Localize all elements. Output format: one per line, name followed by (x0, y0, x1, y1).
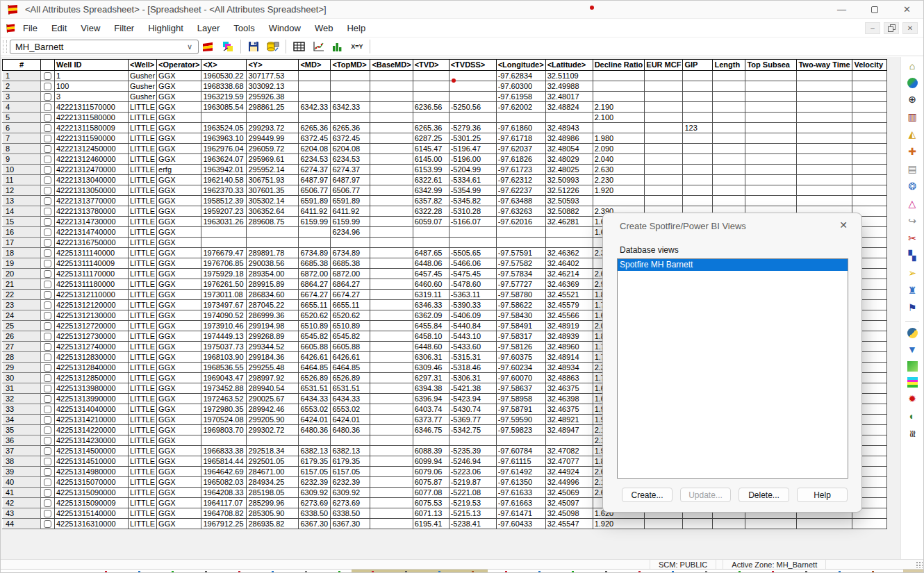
grid-cell[interactable] (797, 123, 852, 133)
grid-cell[interactable]: 6234.96 (331, 227, 370, 238)
grid-cell[interactable]: 42251312840000 (55, 363, 129, 373)
grid-cell[interactable] (797, 133, 852, 144)
grid-cell[interactable]: 6338.50 (299, 508, 331, 519)
grid-cell[interactable] (797, 71, 852, 81)
grid-cell[interactable]: -97.57727 (496, 279, 545, 290)
grid-cell[interactable]: 299268.89 (247, 331, 299, 342)
grid-cell[interactable]: 42221313780000 (55, 206, 129, 217)
protractor-icon[interactable]: ◭ (906, 128, 918, 140)
grid-cell[interactable]: 6487.97 (299, 175, 331, 185)
grid-cell[interactable]: 1963085.54 (201, 102, 247, 113)
grid-cell[interactable]: 6373.77 (413, 415, 449, 425)
globe-chart-icon[interactable]: ◐ (906, 410, 918, 422)
grid-cell[interactable]: GGX (157, 258, 201, 269)
row-number[interactable]: 35 (3, 425, 41, 435)
grid-cell[interactable]: 6309.46 (413, 363, 449, 373)
help-button[interactable]: Help (797, 488, 848, 502)
grid-cell[interactable]: GGX (157, 404, 201, 415)
spark-fish-icon[interactable]: ➢ (906, 267, 918, 279)
grid-cell[interactable]: 6487.97 (331, 175, 370, 185)
grid-cell[interactable]: 6591.89 (331, 196, 370, 206)
grid-cell[interactable]: 6872.00 (331, 269, 370, 279)
grid-cell[interactable]: 32.44996 (545, 477, 593, 488)
grid-cell[interactable] (496, 113, 545, 123)
grid-cell[interactable]: 6520.62 (299, 310, 331, 321)
grid-cell[interactable] (370, 488, 413, 498)
grid-cell[interactable]: -5221.08 (449, 488, 496, 498)
grid-cell[interactable]: GGX (157, 196, 201, 206)
grid-cell[interactable] (645, 113, 683, 123)
grid-cell[interactable] (713, 519, 745, 529)
grid-cell[interactable]: 42251313980000 (55, 383, 129, 394)
grid-cell[interactable]: GGX (157, 394, 201, 404)
grid-cell[interactable]: 42251312720000 (55, 321, 129, 331)
grid-cell[interactable] (852, 71, 887, 81)
grid-cell[interactable]: 6426.61 (331, 352, 370, 363)
grid-cell[interactable]: 289354.00 (247, 269, 299, 279)
grid-cell[interactable] (593, 71, 645, 81)
grid-cell[interactable]: GGX (157, 477, 201, 488)
filter-table-icon[interactable]: ▼ (906, 344, 918, 356)
grid-cell[interactable]: 285299.96 (247, 498, 299, 508)
grid-cell[interactable]: 6545.82 (299, 331, 331, 342)
grid-cell[interactable]: -5478.60 (449, 279, 496, 290)
grid-cell[interactable]: 1959207.23 (201, 206, 247, 217)
grid-cell[interactable]: 6273.69 (299, 498, 331, 508)
grid-cell[interactable]: -5406.09 (449, 310, 496, 321)
banner-icon[interactable]: ⚑ (906, 302, 918, 314)
grid-cell[interactable]: 2.090 (593, 144, 645, 154)
grid-cell[interactable]: 299194.98 (247, 321, 299, 331)
grid-cell[interactable] (713, 185, 745, 196)
strata-icon[interactable] (907, 377, 918, 388)
grid-cell[interactable]: 42221314730000 (55, 217, 129, 227)
grid-cell[interactable]: 1976679.47 (201, 248, 247, 258)
grid-cell[interactable] (370, 456, 413, 467)
grid-cell[interactable]: LITTLE (129, 363, 157, 373)
grid-cell[interactable]: LITTLE (129, 352, 157, 363)
maximize-button[interactable] (858, 1, 891, 18)
grid-cell[interactable] (683, 519, 713, 529)
grid-cell[interactable] (683, 102, 713, 113)
grid-cell[interactable]: 42251315090000 (55, 488, 129, 498)
grid-cell[interactable] (545, 435, 593, 446)
grid-cell[interactable] (370, 498, 413, 508)
row-number[interactable]: 31 (3, 383, 41, 394)
grid-cell[interactable]: GGX (157, 498, 201, 508)
grid-cell[interactable] (449, 238, 496, 248)
grid-cell[interactable]: -97.62002 (496, 102, 545, 113)
grid-cell[interactable]: 6411.92 (331, 206, 370, 217)
grid-cell[interactable]: erfg (157, 165, 201, 175)
row-number[interactable]: 42 (3, 498, 41, 508)
grid-cell[interactable]: 1974090.52 (201, 310, 247, 321)
grid-cell[interactable]: 6464.85 (299, 363, 331, 373)
grid-cell[interactable]: GGX (157, 373, 201, 383)
grid-cell[interactable]: 6506.77 (331, 185, 370, 196)
grid-cell[interactable]: GGX (157, 248, 201, 258)
grid-cell[interactable]: 1963219.59 (201, 92, 247, 102)
grid-cell[interactable]: Gusher (129, 71, 157, 81)
row-number[interactable]: 38 (3, 456, 41, 467)
grid-cell[interactable]: GGX (157, 113, 201, 123)
grid-cell[interactable] (645, 185, 683, 196)
grid-cell[interactable]: 6674.27 (299, 290, 331, 300)
grid-cell[interactable] (852, 113, 887, 123)
grid-cell[interactable]: 6362.09 (413, 310, 449, 321)
grid-cell[interactable]: 289891.78 (247, 248, 299, 258)
grid-cell[interactable]: 42251314500000 (55, 446, 129, 456)
grid-cell[interactable] (713, 113, 745, 123)
grid-cell[interactable] (797, 92, 852, 102)
grid-cell[interactable]: -5440.84 (449, 321, 496, 331)
grid-cell[interactable]: 6075.53 (413, 498, 449, 508)
grid-cell[interactable]: GGX (157, 352, 201, 363)
swirl-globe-icon[interactable]: ❂ (906, 181, 918, 192)
grid-cell[interactable]: GGX (157, 217, 201, 227)
grid-cell[interactable]: 32.48824 (545, 102, 593, 113)
grid-cell[interactable]: 1963963.10 (201, 133, 247, 144)
grid-cell[interactable]: 6424.01 (299, 415, 331, 425)
grid-cell[interactable] (370, 144, 413, 154)
row-number[interactable]: 16 (3, 227, 41, 238)
close-button[interactable]: ✕ (891, 1, 923, 18)
grid-cell[interactable] (713, 196, 745, 206)
grid-cell[interactable]: 290025.67 (247, 394, 299, 404)
row-number[interactable]: 41 (3, 488, 41, 498)
